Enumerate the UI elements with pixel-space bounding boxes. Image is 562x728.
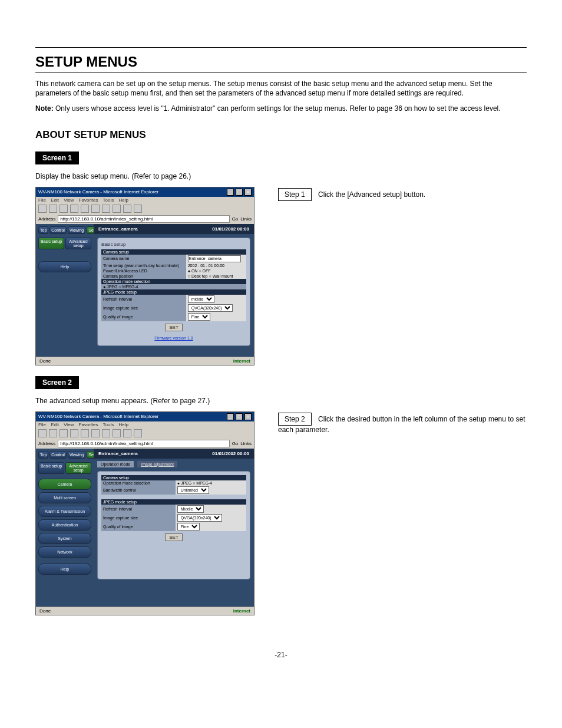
mail-icon[interactable] — [123, 205, 131, 213]
menu-fav[interactable]: Favorites — [79, 422, 98, 427]
set-button-2[interactable]: SET — [165, 533, 183, 541]
nav-viewing[interactable]: Viewing — [68, 451, 85, 459]
tab-image-adj[interactable]: Image adjustment — [137, 461, 177, 467]
nav-control[interactable]: Control — [49, 451, 67, 459]
sidebar-help[interactable]: Help — [38, 261, 91, 272]
address-field[interactable]: http://192.168.0.10/admin/index_setting.… — [58, 440, 229, 447]
intro-paragraph: This network camera can be set up on the… — [35, 79, 527, 98]
menu-view[interactable]: View — [64, 422, 74, 427]
refresh-icon[interactable] — [70, 205, 78, 213]
top-rule — [35, 47, 527, 48]
favorites-icon[interactable] — [102, 429, 110, 437]
search-icon[interactable] — [91, 205, 100, 213]
sel2-quality[interactable]: Fine — [177, 523, 200, 531]
sidebar-camera[interactable]: Camera — [38, 479, 91, 490]
go-button[interactable]: Go — [232, 441, 239, 446]
menu-help[interactable]: Help — [119, 197, 128, 203]
subtab-advanced[interactable]: Advanced setup — [65, 238, 91, 249]
address-label: Address — [38, 441, 55, 446]
status-left: Done — [39, 358, 51, 364]
lbl-led: Power/Link/Access LED — [101, 268, 186, 274]
sel-quality[interactable]: Fine — [188, 313, 210, 321]
forward-icon[interactable] — [49, 205, 57, 213]
mail-icon[interactable] — [123, 429, 131, 437]
go-button[interactable]: Go — [232, 216, 239, 222]
heading-rule — [35, 73, 527, 73]
maximize-icon[interactable]: □ — [236, 413, 243, 420]
val-pos[interactable]: ○ Desk top ○ Wall mount — [186, 274, 246, 279]
val2-opmode[interactable]: ● JPEG ○ MPEG-4 — [176, 480, 246, 486]
close-icon[interactable]: × — [244, 189, 252, 196]
tab-opmode[interactable]: Operation mode — [97, 461, 134, 467]
hdr-jpeg: JPEG mode setup — [101, 289, 246, 295]
history-icon[interactable] — [113, 205, 121, 213]
stop-icon[interactable] — [59, 205, 68, 213]
sidebar-multi[interactable]: Multi screen — [38, 492, 91, 503]
sel2-capture[interactable]: QVGA(320x240) — [177, 514, 222, 522]
menu-edit[interactable]: Edit — [51, 197, 59, 203]
menu-help[interactable]: Help — [119, 422, 128, 427]
subtab-basic[interactable]: Basic setup — [38, 462, 64, 474]
sel-capture[interactable]: QVGA(320x240) — [188, 304, 233, 312]
menu-file[interactable]: File — [38, 197, 46, 203]
history-icon[interactable] — [113, 429, 121, 437]
sidebar-system[interactable]: System — [38, 533, 91, 544]
val-led[interactable]: ● ON ○ OFF — [186, 268, 246, 274]
forward-icon[interactable] — [49, 429, 57, 437]
sidebar-network[interactable]: Network — [38, 546, 91, 558]
lbl-refresh: Refresh interval — [101, 295, 186, 304]
hdr2-camera: Camera setup — [101, 475, 246, 480]
note-paragraph: Note: Only users whose access level is "… — [35, 104, 527, 113]
sidebar-auth[interactable]: Authentication — [38, 519, 91, 531]
status-zone-2: Internet — [233, 608, 250, 614]
nav-viewing[interactable]: Viewing — [68, 226, 85, 234]
back-icon[interactable] — [38, 429, 47, 437]
address-field[interactable]: http://192.168.0.10/admin/index_setting.… — [58, 215, 229, 223]
status-bar-2: Done Internet — [36, 607, 254, 615]
search-icon[interactable] — [91, 429, 100, 437]
step2-num: Step 2 — [278, 413, 312, 426]
maximize-icon[interactable]: □ — [236, 189, 243, 196]
subtab-basic[interactable]: Basic setup — [38, 238, 64, 249]
clock: 01/01/2002 00:00 — [212, 226, 249, 232]
refresh-icon[interactable] — [70, 429, 78, 437]
sel2-bw[interactable]: Unlimited — [177, 486, 209, 494]
set-button[interactable]: SET — [165, 324, 183, 331]
minimize-icon[interactable]: _ — [227, 189, 234, 196]
menu-tools[interactable]: Tools — [103, 197, 114, 203]
nav-control[interactable]: Control — [49, 226, 67, 234]
screen1-label: Screen 1 — [35, 151, 79, 164]
minimize-icon[interactable]: _ — [227, 413, 234, 420]
print-icon[interactable] — [134, 429, 142, 437]
main-header-2: Entrance_camera 01/01/2002 00:00 — [94, 449, 254, 459]
home-icon[interactable] — [81, 429, 89, 437]
nav-top[interactable]: Top — [38, 451, 48, 459]
toolbar — [36, 203, 254, 214]
menu-view[interactable]: View — [64, 197, 74, 203]
subtab-advanced[interactable]: Advanced setup — [65, 462, 91, 474]
hdr2-jpeg: JPEG mode setup — [101, 499, 246, 505]
in-camera-name[interactable] — [188, 255, 241, 262]
back-icon[interactable] — [38, 205, 47, 213]
hdr-camera-setup: Camera setup — [101, 249, 246, 255]
menu-edit[interactable]: Edit — [51, 422, 59, 427]
close-icon[interactable]: × — [244, 413, 252, 420]
sel-refresh[interactable]: middle — [188, 295, 214, 303]
print-icon[interactable] — [134, 205, 142, 213]
sel2-refresh[interactable]: Middle — [177, 505, 204, 513]
home-icon[interactable] — [81, 205, 89, 213]
favorites-icon[interactable] — [102, 205, 110, 213]
stop-icon[interactable] — [59, 429, 68, 437]
menu-file[interactable]: File — [38, 422, 46, 427]
nav-top[interactable]: Top — [38, 226, 48, 234]
menu-tools[interactable]: Tools — [103, 422, 114, 427]
ie-titlebar-2: WV-NM100 Network Camera - Microsoft Inte… — [36, 412, 254, 421]
sidebar-help[interactable]: Help — [38, 564, 91, 575]
menu-fav[interactable]: Favorites — [79, 197, 98, 203]
firmware-link[interactable]: Firmware version 1.0 — [101, 336, 246, 340]
sidebar-alarm[interactable]: Alarm & Transmission — [38, 506, 91, 517]
screen1-desc: Display the basic setup menu. (Refer to … — [35, 172, 527, 181]
val-opmode[interactable]: ● JPEG ○ MPEG-4 — [101, 284, 246, 289]
lbl2-opmode: Operation mode selection — [101, 480, 176, 486]
val-time[interactable]: 2002 . 01 . 01 00:00 — [186, 263, 246, 268]
